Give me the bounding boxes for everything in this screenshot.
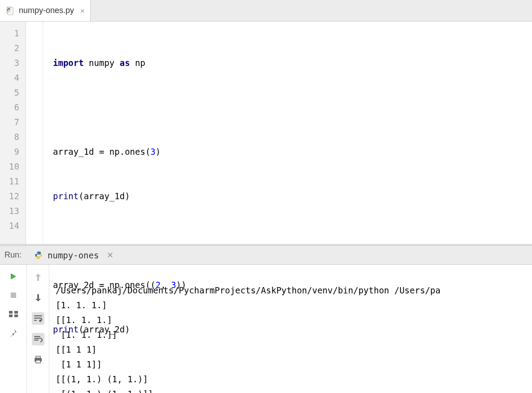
line-number: 1 <box>0 26 26 41</box>
svg-rect-4 <box>9 311 13 314</box>
var: array_2d <box>53 280 94 290</box>
builtin-print: print <box>53 324 78 334</box>
kw-as: as <box>120 58 130 68</box>
svg-rect-5 <box>9 314 13 317</box>
code-editor: 1 2 3 4 5 6 7 8 9 10 11 12 13 14 import … <box>0 22 532 244</box>
tab-close-icon[interactable]: ✕ <box>80 6 85 15</box>
svg-marker-2 <box>11 273 16 279</box>
code-text: ) <box>156 147 161 157</box>
line-number: 2 <box>0 41 26 56</box>
line-number-gutter: 1 2 3 4 5 6 7 8 9 10 11 12 13 14 <box>0 22 26 244</box>
line-number: 10 <box>0 159 26 174</box>
python-file-icon <box>5 6 15 16</box>
module-alias: np <box>135 58 145 68</box>
line-number: 13 <box>0 204 26 218</box>
num: 2 <box>156 280 161 290</box>
run-label: Run: <box>4 250 22 260</box>
line-number: 3 <box>0 56 26 70</box>
line-number: 9 <box>0 144 26 159</box>
scroll-to-end-button[interactable] <box>32 333 44 345</box>
line-number: 14 <box>0 218 26 233</box>
module-name: numpy <box>89 58 114 68</box>
editor-tab[interactable]: numpy-ones.py ✕ <box>0 0 91 21</box>
line-number: 8 <box>0 130 26 144</box>
svg-rect-6 <box>14 311 18 314</box>
line-number: 4 <box>0 70 26 85</box>
python-icon <box>34 251 43 260</box>
run-toolbar-secondary <box>27 265 49 393</box>
line-number: 6 <box>0 100 26 115</box>
line-number: 11 <box>0 174 26 189</box>
code-text: , <box>161 280 171 290</box>
code-text: = np.ones( <box>94 147 151 157</box>
stop-button[interactable] <box>8 290 19 301</box>
editor-tabbar: numpy-ones.py ✕ <box>0 0 532 22</box>
tab-filename: numpy-ones.py <box>19 6 74 15</box>
up-arrow-button[interactable] <box>32 271 44 284</box>
fold-gutter <box>26 22 43 244</box>
run-toolbar-left <box>0 265 27 393</box>
num: 3 <box>171 280 176 290</box>
var: array_1d <box>53 147 94 157</box>
kw-import: import <box>53 58 84 68</box>
code-text: )) <box>176 280 187 290</box>
print-button[interactable] <box>32 354 44 366</box>
svg-rect-7 <box>14 314 18 317</box>
builtin-print: print <box>53 191 78 201</box>
svg-rect-10 <box>36 360 40 363</box>
line-number: 7 <box>0 115 26 130</box>
pin-button[interactable] <box>8 328 19 338</box>
down-arrow-button[interactable] <box>32 292 44 304</box>
svg-rect-3 <box>11 293 16 298</box>
line-number: 5 <box>0 85 26 100</box>
soft-wrap-button[interactable] <box>32 312 44 325</box>
svg-rect-8 <box>36 356 40 358</box>
code-text: = np.ones(( <box>94 280 156 290</box>
num: 3 <box>150 147 155 157</box>
layout-button[interactable] <box>8 309 19 319</box>
rerun-button[interactable] <box>8 271 19 282</box>
line-number: 12 <box>0 189 26 204</box>
code-area[interactable]: import numpy as np array_1d = np.ones(3)… <box>43 22 532 244</box>
